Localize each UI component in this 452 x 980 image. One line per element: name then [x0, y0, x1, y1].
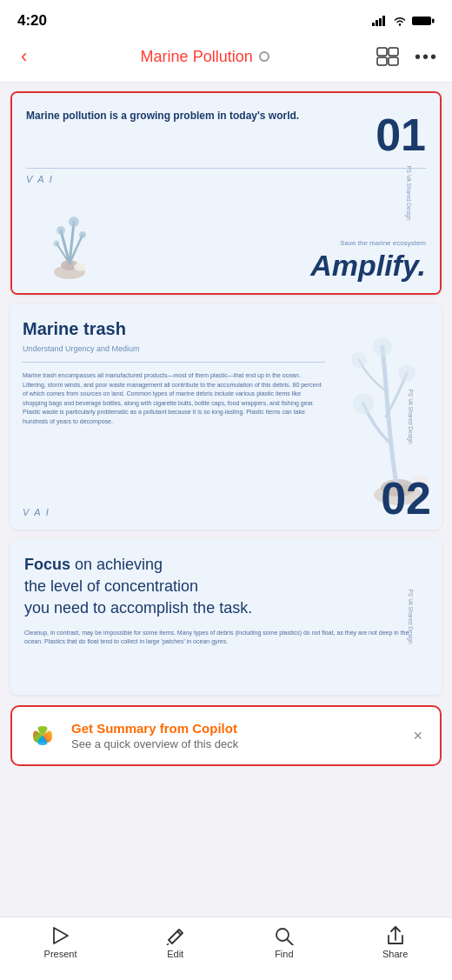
slide-1-amplify-text: Amplify.	[113, 249, 426, 283]
slide-1-top: Marine pollution is a growing problem in…	[12, 93, 440, 168]
nav-edit-label: Edit	[167, 949, 183, 959]
lock-icon	[258, 50, 270, 63]
nav-title: Marine Pollution	[141, 48, 253, 66]
slide-1-headline: Marine pollution is a growing problem in…	[26, 109, 362, 123]
nav-find-button[interactable]: Find	[274, 926, 295, 959]
svg-marker-31	[54, 928, 68, 943]
slide-1-amplify-area: Save the marine ecosystem Amplify.	[113, 239, 426, 283]
slide-3-title: Focus on achievingthe level of concentra…	[24, 554, 428, 620]
svg-line-34	[287, 940, 293, 946]
slide-3-card[interactable]: Focus on achievingthe level of concentra…	[10, 538, 442, 695]
svg-rect-1	[376, 20, 378, 26]
content-area: PS VA Shared Design Marine pollution is …	[0, 83, 452, 855]
svg-rect-5	[412, 17, 431, 25]
slide-2-side-label: PS VA Shared Design	[408, 389, 414, 443]
svg-point-23	[74, 263, 86, 271]
svg-point-8	[261, 53, 268, 60]
slide-2-right: 02	[337, 303, 442, 530]
svg-point-19	[56, 226, 65, 235]
find-icon	[274, 926, 295, 945]
nav-share-label: Share	[382, 949, 408, 959]
svg-rect-9	[377, 48, 387, 56]
slide-3-body: Cleanup, in contrast, may be impossible …	[24, 629, 428, 647]
copilot-title: Get Summary from Copilot	[71, 721, 397, 736]
copilot-text-area: Get Summary from Copilot See a quick ove…	[71, 721, 397, 750]
slide-1-inner: PS VA Shared Design Marine pollution is …	[12, 93, 440, 293]
slide-2-content: Marine trash Understand Urgency and Medi…	[10, 303, 442, 530]
svg-point-27	[398, 364, 415, 382]
slide-3-side-label: PS VA Shared Design	[408, 589, 414, 643]
back-button[interactable]: ‹	[14, 42, 34, 71]
present-icon	[50, 926, 71, 945]
status-icons	[372, 16, 435, 26]
slide-1-plant	[26, 204, 113, 283]
svg-line-15	[61, 230, 70, 263]
copilot-title-highlight: Summary	[96, 721, 156, 736]
svg-rect-12	[389, 57, 398, 65]
nav-present-label: Present	[44, 949, 77, 959]
copilot-title-suffix: from Copilot	[156, 721, 237, 736]
slide-1-bottom: Save the marine ecosystem Amplify.	[12, 197, 440, 293]
nav-edit-button[interactable]: Edit	[165, 926, 186, 959]
svg-line-32	[167, 943, 169, 945]
slide-2-vai: V A I	[23, 507, 49, 517]
slide-1-save-text: Save the marine ecosystem	[113, 239, 426, 247]
status-bar: 4:20	[0, 0, 452, 35]
slide-2-number: 02	[381, 476, 431, 521]
copilot-banner[interactable]: Get Summary from Copilot See a quick ove…	[10, 705, 442, 766]
nav-present-button[interactable]: Present	[44, 926, 77, 959]
slide-2-left: Marine trash Understand Urgency and Medi…	[10, 303, 337, 530]
copilot-close-button[interactable]: ×	[409, 723, 426, 749]
svg-rect-10	[389, 48, 398, 56]
status-time: 4:20	[17, 12, 47, 30]
svg-point-26	[353, 393, 374, 414]
slide-2-body: Marine trash encompasses all manufacture…	[23, 371, 325, 426]
slide-1-text: Marine pollution is a growing problem in…	[26, 109, 362, 157]
bottom-nav: Present Edit Find Share	[0, 917, 452, 980]
copilot-subtitle: See a quick overview of this deck	[71, 737, 397, 750]
svg-rect-3	[382, 16, 385, 26]
svg-rect-2	[379, 18, 382, 26]
svg-point-20	[69, 217, 79, 227]
slide-2-title: Marine trash	[23, 319, 325, 339]
more-button[interactable]: •••	[415, 47, 438, 67]
slide-1-number: 01	[376, 109, 426, 157]
svg-point-21	[79, 231, 86, 238]
svg-point-22	[54, 241, 60, 247]
slide-2-inner: Marine trash Understand Urgency and Medi…	[10, 303, 442, 530]
slide-1-vai: V A I	[12, 169, 440, 190]
svg-rect-0	[372, 23, 375, 26]
svg-point-29	[373, 337, 392, 357]
layout-icon[interactable]	[376, 47, 399, 66]
svg-point-4	[399, 23, 401, 25]
signal-icon	[372, 16, 388, 26]
slide-2-divider	[23, 362, 325, 363]
top-nav: ‹ Marine Pollution •••	[0, 35, 452, 83]
svg-rect-11	[377, 57, 387, 65]
svg-point-28	[351, 352, 367, 368]
copilot-icon	[26, 719, 59, 752]
nav-share-button[interactable]: Share	[382, 926, 408, 959]
slide-1-card[interactable]: PS VA Shared Design Marine pollution is …	[10, 91, 442, 295]
nav-actions: •••	[376, 47, 438, 67]
slide-3-title-bold: Focus	[24, 556, 70, 573]
nav-title-area: Marine Pollution	[141, 48, 270, 66]
slide-2-card[interactable]: Marine trash Understand Urgency and Medi…	[10, 303, 442, 530]
edit-icon	[165, 926, 186, 945]
nav-find-label: Find	[275, 949, 293, 959]
copilot-title-prefix: Get	[71, 721, 96, 736]
slide-3-inner: Focus on achievingthe level of concentra…	[10, 538, 442, 695]
svg-rect-6	[432, 19, 435, 23]
slide-2-subtitle: Understand Urgency and Medium	[23, 344, 325, 353]
wifi-icon	[393, 16, 407, 26]
battery-icon	[412, 16, 435, 26]
share-icon	[385, 926, 406, 945]
